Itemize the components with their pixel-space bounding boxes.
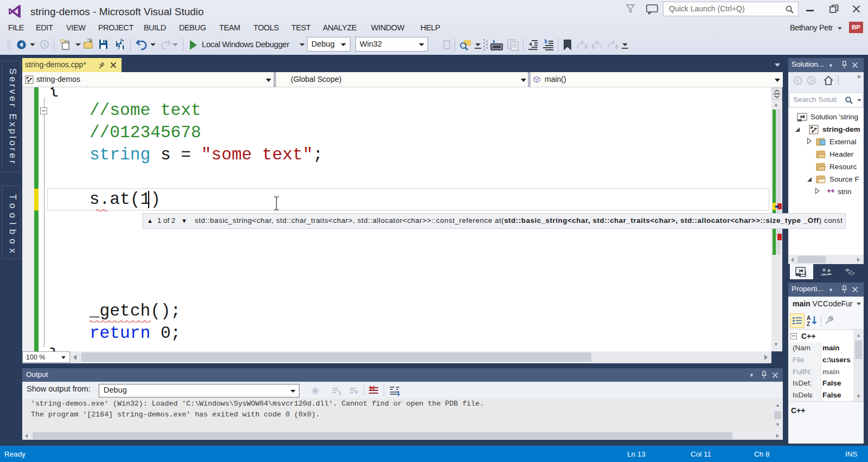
- svg-text:A: A: [807, 315, 810, 321]
- svg-text:Z: Z: [807, 321, 810, 326]
